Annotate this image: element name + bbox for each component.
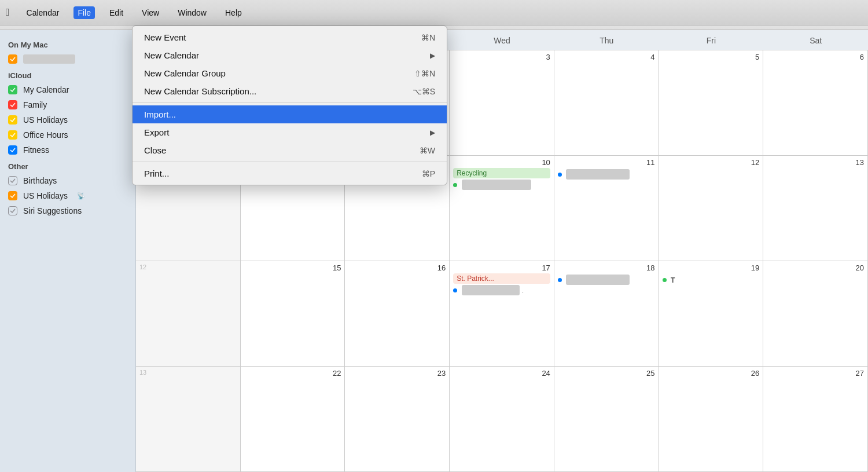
sidebar-item-office-hours[interactable]: Office Hours bbox=[0, 127, 135, 142]
cal-name-my-calendar: My Calendar bbox=[23, 85, 69, 94]
menu-window[interactable]: Window bbox=[174, 6, 211, 19]
menu-item-import[interactable]: Import... bbox=[133, 105, 447, 123]
menu-item-export[interactable]: Export ▶ bbox=[133, 123, 447, 141]
cell-date: 19 bbox=[663, 264, 760, 272]
blue-dot bbox=[558, 173, 562, 177]
cal-cell[interactable]: 11 bbox=[554, 156, 659, 261]
menu-item-new-calendar-sub[interactable]: New Calendar Subscription... ⌥⌘S bbox=[133, 82, 447, 100]
cal-name-on-my-mac bbox=[23, 54, 75, 64]
cell-date: 13 bbox=[767, 158, 864, 167]
cell-date: 15 bbox=[244, 264, 341, 272]
apple-menu-icon[interactable]:  bbox=[6, 6, 10, 19]
cal-cell[interactable]: 19 T bbox=[659, 261, 764, 366]
cal-cell[interactable]: 26 bbox=[659, 367, 764, 471]
cal-cell[interactable]: 18 bbox=[554, 261, 659, 366]
day-header-wed: Wed bbox=[450, 30, 554, 50]
cal-cell[interactable]: 6 bbox=[763, 50, 868, 155]
cell-date: 20 bbox=[767, 264, 864, 272]
menu-file[interactable]: File bbox=[73, 6, 95, 19]
menu-item-close[interactable]: Close ⌘W bbox=[133, 141, 447, 159]
cal-cell[interactable]: 13 bbox=[763, 156, 868, 261]
file-menu: New Event ⌘N New Calendar ▶ New Calendar… bbox=[132, 25, 447, 185]
menu-item-new-event[interactable]: New Event ⌘N bbox=[133, 28, 447, 46]
sidebar-item-family[interactable]: Family bbox=[0, 97, 135, 112]
cal-cell[interactable]: 4 bbox=[554, 50, 659, 155]
cell-date: 18 bbox=[558, 264, 655, 272]
cell-date: 6 bbox=[767, 53, 864, 61]
event-dot-row: T bbox=[663, 275, 760, 285]
cell-date: 17 bbox=[453, 264, 550, 272]
submenu-arrow: ▶ bbox=[430, 129, 435, 137]
cal-cell[interactable]: 20 bbox=[763, 261, 868, 366]
menu-item-shortcut: ⇧⌘N bbox=[414, 69, 435, 78]
cal-name-office-hours: Office Hours bbox=[23, 130, 68, 140]
cell-date: 23 bbox=[348, 369, 446, 378]
blue-dot bbox=[453, 288, 457, 292]
cal-cell[interactable]: 16 bbox=[345, 261, 450, 366]
menu-item-label: New Event bbox=[144, 32, 186, 42]
cal-cell[interactable]: 17 St. Patrick... . bbox=[450, 261, 554, 366]
cal-checkbox-fitness bbox=[8, 145, 17, 155]
event-recycling[interactable]: Recycling bbox=[453, 168, 550, 178]
cal-cell[interactable]: 13 bbox=[136, 367, 241, 471]
cal-name-fitness: Fitness bbox=[23, 145, 49, 155]
cell-date: 22 bbox=[244, 369, 341, 378]
cal-cell[interactable]: 15 bbox=[241, 261, 345, 366]
sidebar-item-fitness[interactable]: Fitness bbox=[0, 142, 135, 158]
sidebar-item-birthdays[interactable]: Birthdays bbox=[0, 173, 135, 188]
menu-item-new-calendar[interactable]: New Calendar ▶ bbox=[133, 46, 447, 64]
sidebar-item-siri-suggestions[interactable]: Siri Suggestions bbox=[0, 203, 135, 218]
menu-edit[interactable]: Edit bbox=[105, 6, 127, 19]
week-num: 13 bbox=[139, 369, 146, 376]
cal-cell[interactable]: 23 bbox=[345, 367, 450, 471]
cal-name-us-holidays-icloud: US Holidays bbox=[23, 115, 68, 125]
cal-cell[interactable]: 24 bbox=[450, 367, 554, 471]
sidebar-section-other: Other bbox=[0, 158, 135, 173]
cal-name-siri: Siri Suggestions bbox=[23, 206, 82, 215]
menu-item-new-calendar-group[interactable]: New Calendar Group ⇧⌘N bbox=[133, 64, 447, 82]
day-header-sat: Sat bbox=[763, 30, 868, 50]
menu-item-label: Export bbox=[144, 127, 169, 137]
menu-separator-1 bbox=[133, 103, 447, 103]
cell-date: 25 bbox=[558, 369, 655, 378]
blurred-event bbox=[462, 180, 531, 190]
menu-view[interactable]: View bbox=[138, 6, 163, 19]
blurred-event bbox=[462, 285, 520, 295]
cal-cell[interactable]: 12 bbox=[136, 261, 241, 366]
sidebar-item-my-calendar[interactable]: My Calendar bbox=[0, 82, 135, 97]
cell-date: 10 bbox=[453, 158, 550, 167]
menu-item-shortcut: ⌥⌘S bbox=[413, 87, 435, 96]
cal-checkbox-birthdays bbox=[8, 176, 17, 185]
blurred-event bbox=[566, 275, 630, 285]
sidebar-item-us-holidays-other[interactable]: US Holidays 📡 bbox=[0, 188, 135, 203]
cal-name-family: Family bbox=[23, 100, 47, 109]
cell-date: 12 bbox=[663, 158, 760, 167]
menu-bar:  Calendar File Edit View Window Help bbox=[0, 0, 868, 25]
blurred-event bbox=[566, 169, 630, 180]
sidebar-item-on-my-mac-cal[interactable] bbox=[0, 52, 135, 67]
day-header-fri: Fri bbox=[659, 30, 764, 50]
menu-item-label: New Calendar bbox=[144, 50, 199, 60]
cal-checkbox-us-holidays-other bbox=[8, 191, 17, 200]
event-st-patrick[interactable]: St. Patrick... bbox=[453, 273, 550, 284]
menu-item-print[interactable]: Print... ⌘P bbox=[133, 164, 447, 182]
menu-calendar[interactable]: Calendar bbox=[23, 6, 64, 19]
menu-item-label: Print... bbox=[144, 169, 169, 178]
cal-cell[interactable]: 3 bbox=[450, 50, 554, 155]
menu-help[interactable]: Help bbox=[221, 6, 246, 19]
cal-cell[interactable]: 10 Recycling bbox=[450, 156, 554, 261]
menu-item-label: New Calendar Subscription... bbox=[144, 86, 256, 96]
cell-date: 27 bbox=[767, 369, 864, 378]
cal-checkbox-on-my-mac bbox=[8, 54, 17, 64]
cal-cell[interactable]: 5 bbox=[659, 50, 764, 155]
sidebar-section-on-my-mac: On My Mac bbox=[0, 36, 135, 52]
cal-cell[interactable]: 12 bbox=[659, 156, 764, 261]
cal-cell[interactable]: 27 bbox=[763, 367, 868, 471]
cal-name-birthdays: Birthdays bbox=[23, 176, 57, 185]
sidebar: On My Mac iCloud My Calendar Famil bbox=[0, 30, 136, 472]
cal-cell[interactable]: 25 bbox=[554, 367, 659, 471]
cal-row-4: 13 22 23 24 25 bbox=[136, 367, 868, 472]
sidebar-section-icloud: iCloud bbox=[0, 67, 135, 82]
sidebar-item-us-holidays-icloud[interactable]: US Holidays bbox=[0, 112, 135, 127]
cal-cell[interactable]: 22 bbox=[241, 367, 345, 471]
